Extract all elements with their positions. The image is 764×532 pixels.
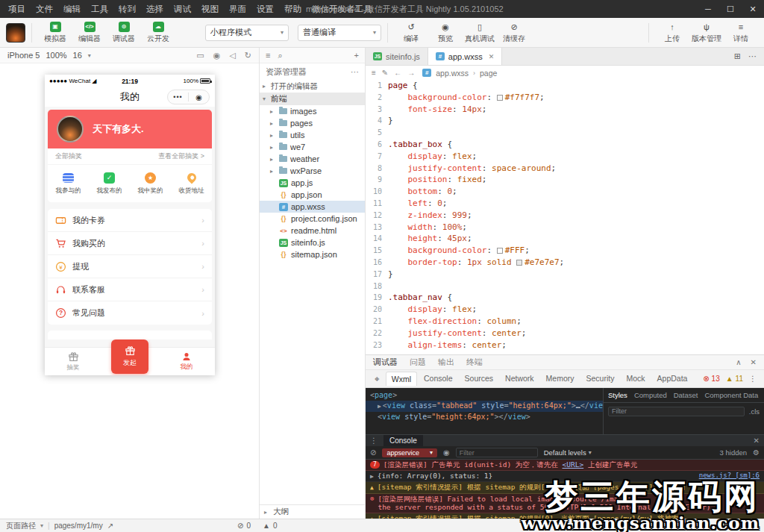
outline-section[interactable]: ▸ 大纲 — [260, 504, 365, 519]
device-button[interactable]: ▯真机调试 — [463, 19, 497, 47]
styles-tab[interactable]: Computed — [634, 391, 667, 399]
tree-item[interactable]: ▸pages — [260, 117, 365, 129]
close-tab-icon[interactable]: ✕ — [489, 53, 495, 60]
compile-button[interactable]: ↺编译 — [394, 19, 428, 47]
menu-item[interactable]: 视图 — [196, 0, 224, 18]
hidden-messages-label[interactable]: 3 hidden — [720, 448, 747, 457]
menu-item[interactable]: 界面 — [224, 0, 251, 18]
close-button[interactable]: ✕ — [742, 0, 764, 18]
more-actions-icon[interactable]: ⋯ — [748, 51, 757, 61]
upload-button[interactable]: ↑上传 — [655, 19, 689, 47]
menu-item-ticket[interactable]: 我的卡券› — [48, 209, 212, 232]
tree-item[interactable]: JSapp.js — [260, 177, 365, 189]
more-menu-icon[interactable]: ••• — [168, 93, 188, 101]
quick-action-won[interactable]: ★我中奖的 — [130, 165, 171, 202]
menu-item-faq[interactable]: ?常见问题› — [48, 301, 212, 325]
code-area[interactable]: 1page {2 background-color: #f7f7f7;3 fon… — [366, 80, 764, 354]
styles-tab[interactable]: Styles — [608, 391, 627, 399]
panel-tab[interactable]: 问题 — [410, 357, 426, 368]
panel-tab[interactable]: 输出 — [438, 357, 454, 368]
devtools-tab[interactable]: Memory — [541, 372, 580, 386]
editor-button[interactable]: </>编辑器 — [72, 19, 107, 47]
minimize-button[interactable]: ─ — [697, 0, 719, 18]
menu-item-withdraw[interactable]: ¥提现› — [48, 255, 212, 278]
tree-item[interactable]: <>readme.html — [260, 225, 365, 237]
editor-tab[interactable]: JSsiteinfo.js — [366, 48, 428, 65]
color-swatch[interactable] — [516, 260, 522, 266]
panel-tab[interactable]: 终端 — [466, 357, 483, 368]
close-drawer-icon[interactable]: ✕ — [754, 436, 760, 445]
device-frame-icon[interactable]: ▭ — [196, 51, 204, 60]
wxml-node[interactable]: <view style="height:64px;"></view> — [366, 412, 603, 422]
launch-button[interactable]: 发起 — [111, 339, 148, 374]
cloud-button[interactable]: ☁云开发 — [141, 19, 175, 47]
tree-item[interactable]: ▸utils — [260, 129, 365, 141]
menu-item[interactable]: 文件 — [31, 0, 58, 18]
search-icon[interactable]: ⌕ — [278, 51, 282, 60]
project-root-item[interactable]: ▾ 前端 — [260, 93, 365, 105]
tree-item[interactable]: JSsiteinfo.js — [260, 237, 365, 248]
list-icon[interactable]: ≡ — [372, 69, 376, 77]
panel-tab[interactable]: 调试器 — [373, 357, 398, 368]
quick-action-publish[interactable]: ✓我发布的 — [89, 165, 130, 202]
menu-item[interactable]: 设置 — [251, 0, 279, 18]
menu-item[interactable]: 帮助 — [279, 0, 307, 18]
menu-item-service[interactable]: 联系客服› — [48, 278, 212, 301]
close-panel-icon[interactable]: ✕ — [751, 358, 757, 366]
more-actions-icon[interactable]: ⋯ — [351, 67, 359, 77]
color-swatch[interactable] — [497, 95, 503, 101]
menu-item[interactable]: 调试 — [169, 0, 196, 18]
lottery-view-all-link[interactable]: 查看全部抽奖 > — [158, 151, 204, 161]
open-editors-section[interactable]: ▸ 打开的编辑器 — [260, 80, 365, 93]
tree-item[interactable]: #app.wxss — [260, 201, 365, 213]
tree-item[interactable]: ▸wxParse — [260, 165, 365, 177]
tree-item[interactable]: {}project.config.json — [260, 213, 365, 225]
split-editor-icon[interactable]: ⊞ — [734, 51, 741, 61]
problem-counts[interactable]: ⊘ 0 ▲ 0 — [237, 522, 277, 530]
page-path-label[interactable]: 页面路径 — [6, 521, 36, 531]
rotate-icon[interactable]: ↻ — [245, 51, 251, 60]
source-link[interactable]: news.js? [sm]:6 — [699, 472, 760, 481]
eye-icon[interactable]: ◉ — [443, 448, 450, 457]
preview-button[interactable]: ◉预览 — [428, 19, 463, 47]
zoom-select[interactable]: 100% — [46, 51, 66, 60]
tab-launch[interactable]: 发起 — [101, 348, 158, 375]
console-drawer-tab[interactable]: Console — [383, 435, 423, 446]
pencil-icon[interactable]: ✎ — [382, 69, 388, 77]
back-icon[interactable]: ◁ — [229, 51, 235, 60]
tree-item[interactable]: ▸we7 — [260, 141, 365, 153]
menu-item[interactable]: 编辑 — [58, 0, 86, 18]
styles-tab[interactable]: Dataset — [674, 391, 698, 399]
devtools-tab[interactable]: Sources — [460, 372, 499, 386]
console-messages[interactable]: 7[渲染层错误] 广告单元 id(unit-id) 为空，请先在 <URL> 上… — [366, 460, 764, 519]
collapse-panel-icon[interactable]: ∧ — [736, 358, 741, 366]
clear-cache-button[interactable]: ⊘清缓存 — [497, 19, 531, 47]
color-swatch[interactable] — [497, 248, 503, 254]
tree-item[interactable]: ▸images — [260, 105, 365, 117]
exit-target-icon[interactable]: ◉ — [189, 93, 209, 101]
expand-arrow-icon[interactable]: ▶ — [370, 472, 374, 481]
devtools-tab[interactable]: Network — [500, 372, 539, 386]
devtools-tab[interactable]: Wxml — [386, 372, 417, 386]
execution-context-select[interactable]: appservice ▾ — [382, 448, 437, 457]
editor-tab[interactable]: #app.wxss✕ — [428, 48, 502, 65]
profile-avatar[interactable] — [57, 116, 84, 143]
version-button[interactable]: ψ版本管理 — [689, 19, 724, 47]
more-options-icon[interactable]: ⋮ — [749, 375, 757, 383]
devtools-tab[interactable]: Mock — [621, 372, 650, 386]
lottery-summary-row[interactable]: 全部抽奖 查看全部抽奖 > — [48, 148, 212, 165]
quick-action-participate[interactable]: 我参与的 — [48, 165, 89, 202]
expand-arrow-icon[interactable]: ▶ — [378, 403, 381, 410]
tree-item[interactable]: {}sitemap.json — [260, 248, 365, 260]
breadcrumb-file[interactable]: app.wxss — [436, 69, 469, 78]
add-file-icon[interactable]: + — [354, 51, 359, 60]
menu-item[interactable]: 选择 — [141, 0, 169, 18]
forward-arrow-icon[interactable]: → — [407, 69, 415, 77]
external-link-icon[interactable]: ↗ — [107, 522, 113, 530]
console-settings-gear-icon[interactable]: ⚙ — [753, 448, 760, 457]
tab-mine[interactable]: 我的 — [158, 348, 215, 375]
styles-filter-input[interactable] — [608, 407, 745, 416]
back-arrow-icon[interactable]: ← — [394, 69, 401, 77]
menu-item[interactable]: 转到 — [113, 0, 141, 18]
tree-item[interactable]: {}app.json — [260, 189, 365, 201]
